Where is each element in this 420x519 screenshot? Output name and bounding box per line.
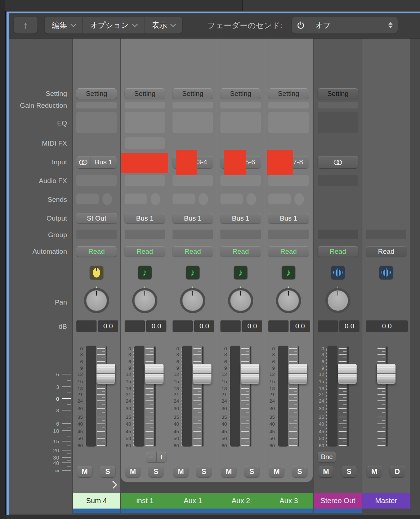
group-slot[interactable] [318, 230, 358, 239]
input-button[interactable]: Bus 1 [76, 156, 117, 168]
input-button[interactable] [318, 156, 358, 168]
track-stack-icon[interactable] [90, 266, 103, 279]
channel-name-sum4[interactable]: Sum 4 [73, 493, 120, 509]
scrollbar-track[interactable] [242, 0, 420, 11]
solo-button[interactable]: S [196, 466, 211, 477]
fader-track[interactable] [347, 346, 349, 447]
bounce-button[interactable]: Bnc [318, 452, 336, 462]
solo-button[interactable]: S [341, 466, 357, 477]
pan-knob[interactable] [180, 288, 205, 313]
audio-fx-slot[interactable] [76, 175, 117, 186]
mute-button[interactable]: M [367, 466, 382, 477]
solo-button[interactable]: S [148, 466, 164, 477]
send-knob[interactable] [294, 193, 304, 205]
channel-name-master[interactable]: Master [362, 493, 410, 509]
volume-display[interactable]: 0.0 [339, 320, 359, 332]
setting-button[interactable]: Setting [220, 88, 261, 99]
fader-cap[interactable] [289, 364, 307, 384]
automation-mode-button[interactable]: Read [366, 246, 406, 257]
group-slot[interactable] [220, 230, 261, 239]
instrument-note-icon[interactable]: ♪ [186, 266, 200, 279]
instrument-note-icon[interactable]: ♪ [138, 266, 152, 279]
volume-display[interactable]: 0.0 [146, 320, 166, 332]
pan-knob[interactable] [276, 288, 301, 313]
fader-track[interactable] [202, 346, 204, 447]
zoom-out-button[interactable]: − [146, 452, 157, 462]
automation-mode-button[interactable]: Read [76, 246, 117, 257]
menu-edit[interactable]: 編集 [45, 17, 82, 34]
power-button[interactable] [292, 17, 310, 34]
mute-button[interactable]: M [318, 466, 334, 477]
fader-track[interactable] [154, 346, 156, 447]
volume-display[interactable]: 0.0 [194, 320, 214, 332]
automation-mode-button[interactable]: Read [268, 246, 309, 257]
send-slot[interactable] [173, 194, 195, 204]
dim-button[interactable]: D [390, 466, 405, 477]
send-knob[interactable] [102, 193, 112, 205]
send-knob[interactable] [151, 193, 160, 205]
peak-level-display[interactable] [220, 320, 241, 332]
solo-button[interactable]: S [244, 466, 259, 477]
peak-level-display[interactable] [125, 320, 145, 332]
mute-button[interactable]: M [77, 466, 92, 477]
send-slot[interactable] [268, 194, 291, 204]
mute-button[interactable]: M [173, 466, 188, 477]
output-button[interactable]: Bus 1 [125, 213, 165, 223]
fader-cap[interactable] [377, 364, 396, 384]
audio-waveform-icon[interactable] [379, 266, 393, 279]
send-knob[interactable] [198, 193, 208, 205]
volume-display[interactable]: 0.0 [98, 320, 118, 332]
menu-view[interactable]: 表示 [144, 17, 182, 34]
group-slot[interactable] [125, 230, 165, 239]
fader-track[interactable] [106, 346, 107, 447]
setting-button[interactable]: Setting [268, 88, 309, 99]
audio-fx-slot[interactable] [220, 175, 261, 186]
eq-slot[interactable] [268, 112, 309, 133]
audio-fx-slot[interactable] [125, 175, 165, 186]
pan-knob[interactable] [84, 288, 109, 313]
eq-slot[interactable] [76, 112, 117, 133]
automation-mode-button[interactable]: Read [125, 246, 165, 257]
channel-name-aux1[interactable]: Aux 1 [169, 493, 217, 509]
eq-slot[interactable] [318, 112, 358, 133]
pan-knob[interactable] [228, 288, 253, 313]
channel-name-aux3[interactable]: Aux 3 [265, 493, 313, 509]
instrument-note-icon[interactable]: ♪ [234, 266, 247, 279]
group-slot[interactable] [173, 230, 213, 239]
mute-button[interactable]: M [269, 466, 284, 477]
send-knob[interactable] [246, 193, 256, 205]
stereo-format-icon[interactable] [76, 156, 90, 168]
channel-name-stereo-out[interactable]: Stereo Out [314, 493, 362, 509]
fader-cap[interactable] [193, 364, 211, 384]
peak-level-display[interactable] [173, 320, 193, 332]
eq-slot[interactable] [173, 112, 213, 133]
fader-track[interactable] [386, 346, 388, 447]
volume-display[interactable]: 0.0 [290, 320, 310, 332]
automation-mode-button[interactable]: Read [220, 246, 261, 257]
instrument-note-icon[interactable]: ♪ [282, 266, 295, 279]
output-button[interactable]: Bus 1 [173, 213, 213, 223]
volume-display[interactable]: 0.0 [242, 320, 262, 332]
fader-cap[interactable] [241, 364, 259, 384]
menu-options[interactable]: オプション [82, 17, 144, 34]
eq-slot[interactable] [220, 112, 261, 133]
group-slot[interactable] [76, 230, 117, 239]
output-button[interactable]: St Out [76, 213, 117, 223]
peak-level-display[interactable] [268, 320, 289, 332]
disclosure-chevron-icon[interactable] [109, 481, 117, 489]
audio-waveform-icon[interactable] [331, 266, 345, 279]
output-button[interactable]: Bus 1 [220, 213, 261, 223]
fader-send-select[interactable]: オフ [310, 17, 398, 34]
peak-level-display[interactable] [76, 320, 97, 332]
fader-cap[interactable] [338, 364, 357, 384]
solo-button[interactable]: S [100, 466, 115, 477]
eq-slot[interactable] [125, 112, 165, 133]
output-button[interactable]: Bus 1 [268, 213, 309, 223]
group-slot[interactable] [268, 230, 309, 239]
audio-fx-slot[interactable] [318, 175, 358, 186]
automation-mode-button[interactable]: Read [318, 246, 358, 257]
audio-fx-slot[interactable] [268, 175, 309, 186]
go-up-button[interactable]: ↑ [14, 17, 37, 34]
channel-name-aux2[interactable]: Aux 2 [217, 493, 265, 509]
setting-button[interactable]: Setting [318, 88, 358, 99]
